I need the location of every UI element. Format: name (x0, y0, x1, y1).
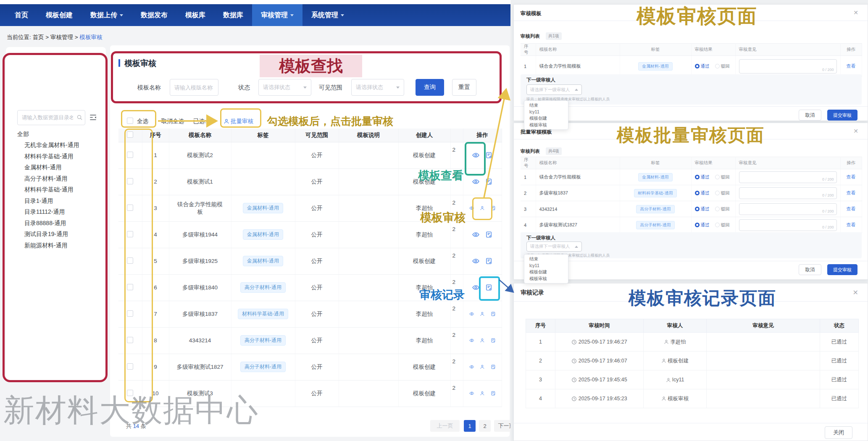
view-eye-icon[interactable] (472, 257, 479, 265)
row-checkbox[interactable] (127, 284, 133, 290)
audit-person-icon[interactable] (480, 390, 485, 397)
opinion-textarea[interactable]: 0 / 200 (739, 171, 837, 183)
view-eye-icon[interactable] (469, 337, 474, 344)
view-link[interactable]: 查看 (847, 222, 856, 227)
view-eye-icon[interactable] (469, 363, 474, 370)
audit-record-icon[interactable] (491, 337, 496, 344)
audit-person-icon[interactable] (480, 205, 485, 212)
catalog-item[interactable]: 材料科学基础-通用 (24, 151, 79, 162)
reset-button[interactable]: 重置 (452, 79, 476, 96)
view-eye-icon[interactable] (469, 205, 474, 212)
catalog-item[interactable]: 测试目录19-通用 (24, 228, 79, 240)
dropdown-option[interactable]: 结束 (524, 256, 568, 262)
nav-item-template-library[interactable]: 模板库 (176, 4, 214, 26)
audit-person-icon[interactable] (480, 310, 485, 318)
reject-radio[interactable] (715, 64, 720, 68)
breadcrumb-home[interactable]: 首页 (33, 34, 44, 40)
cancel-button[interactable]: 取消 (799, 264, 821, 275)
pagination-page-2[interactable]: 2 (479, 420, 491, 432)
breadcrumb-section[interactable]: 审核管理 (50, 34, 73, 40)
catalog-item[interactable]: 目录11112-通用 (24, 206, 79, 218)
row-checkbox[interactable] (127, 205, 133, 211)
scope-select[interactable]: 请选择状态 (351, 79, 404, 96)
pass-radio[interactable] (695, 223, 700, 227)
row-checkbox[interactable] (127, 337, 133, 343)
nav-item-home[interactable]: 首页 (6, 4, 37, 26)
row-checkbox[interactable] (127, 231, 133, 237)
pagination-page-1[interactable]: 1 (464, 420, 476, 432)
dropdown-option[interactable]: lcy11 (524, 109, 568, 116)
reject-radio[interactable] (715, 207, 720, 211)
nav-item-database[interactable]: 数据库 (214, 4, 252, 26)
row-checkbox[interactable] (127, 152, 133, 158)
close-icon[interactable]: ✕ (853, 9, 858, 16)
row-checkbox[interactable] (127, 363, 133, 370)
tree-collapse-icon[interactable] (89, 113, 97, 121)
audit-record-icon[interactable] (485, 152, 492, 159)
nav-item-data-publish[interactable]: 数据发布 (132, 4, 176, 26)
view-eye-icon[interactable] (472, 284, 479, 291)
dropdown-option[interactable]: lcy11 (524, 262, 568, 269)
audit-record-icon[interactable] (485, 257, 492, 265)
catalog-item[interactable]: 无机非金属材料-通用 (24, 139, 79, 151)
pass-radio[interactable] (695, 191, 700, 195)
next-reviewer-select[interactable]: 请选择下一级审核人 (526, 242, 582, 252)
nav-item-review-management[interactable]: 审核管理 (252, 4, 302, 26)
audit-record-icon[interactable] (491, 205, 496, 212)
view-link[interactable]: 查看 (847, 63, 856, 68)
reject-radio[interactable] (715, 223, 720, 227)
view-link[interactable]: 查看 (847, 190, 856, 195)
nav-item-data-upload[interactable]: 数据上传 (82, 4, 132, 26)
next-reviewer-select[interactable]: 请选择下一级审核人 (526, 84, 582, 95)
catalog-item[interactable]: 目录1-通用 (24, 195, 79, 207)
dropdown-option[interactable]: 模板创建 (524, 269, 568, 276)
reject-radio[interactable] (715, 191, 720, 195)
audit-record-icon[interactable] (485, 231, 492, 238)
audit-record-icon[interactable] (491, 310, 496, 318)
header-checkbox[interactable] (127, 131, 133, 138)
select-all-label[interactable]: 全选 (137, 118, 148, 125)
dropdown-option[interactable]: 结束 (524, 102, 568, 109)
audit-record-icon[interactable] (485, 284, 492, 291)
row-checkbox[interactable] (127, 390, 133, 396)
row-checkbox[interactable] (127, 178, 133, 184)
dropdown-option[interactable]: 模板创建 (524, 115, 568, 122)
catalog-item[interactable]: 目录88888-通用 (24, 218, 79, 229)
pass-radio[interactable] (695, 64, 700, 68)
opinion-textarea[interactable]: 0 / 200 (739, 187, 837, 199)
deselect-all-button[interactable]: 取消全选 (161, 118, 184, 125)
close-icon[interactable]: ✕ (853, 128, 858, 134)
template-name-input[interactable] (170, 79, 218, 96)
audit-person-icon[interactable] (480, 337, 485, 344)
view-eye-icon[interactable] (469, 390, 474, 397)
dropdown-option[interactable]: 模板审核 (524, 122, 568, 129)
pass-radio[interactable] (695, 175, 700, 179)
nav-item-template-create[interactable]: 模板创建 (37, 4, 82, 26)
pass-radio[interactable] (695, 207, 700, 211)
close-icon[interactable]: ✕ (853, 289, 858, 297)
reject-radio[interactable] (715, 175, 720, 179)
audit-record-icon[interactable] (491, 363, 496, 370)
pagination-prev[interactable]: 上一页 (430, 420, 460, 432)
submit-review-button[interactable]: 提交审核 (827, 264, 857, 275)
view-link[interactable]: 查看 (847, 206, 856, 211)
close-button[interactable]: 关闭 (825, 426, 852, 439)
view-eye-icon[interactable] (472, 152, 479, 159)
select-all-checkbox[interactable] (127, 118, 133, 124)
opinion-textarea[interactable]: 0 / 200 (739, 219, 837, 231)
nav-item-system-management[interactable]: 系统管理 (302, 4, 353, 26)
catalog-item[interactable]: 材料科学基础-通用 (24, 184, 79, 195)
audit-record-icon[interactable] (485, 178, 492, 185)
batch-review-button[interactable]: 批量审核 (224, 118, 253, 125)
row-checkbox[interactable] (127, 257, 133, 264)
row-checkbox[interactable] (127, 310, 133, 317)
view-eye-icon[interactable] (469, 310, 474, 318)
submit-review-button[interactable]: 提交审核 (827, 110, 857, 121)
view-eye-icon[interactable] (472, 231, 479, 238)
view-link[interactable]: 查看 (847, 174, 856, 179)
cancel-button[interactable]: 取消 (799, 110, 821, 121)
catalog-item[interactable]: 金属材料-通用 (24, 162, 79, 173)
opinion-textarea[interactable]: 0 / 200 (739, 59, 837, 74)
audit-person-icon[interactable] (480, 363, 485, 370)
search-button[interactable]: 查询 (416, 79, 444, 96)
